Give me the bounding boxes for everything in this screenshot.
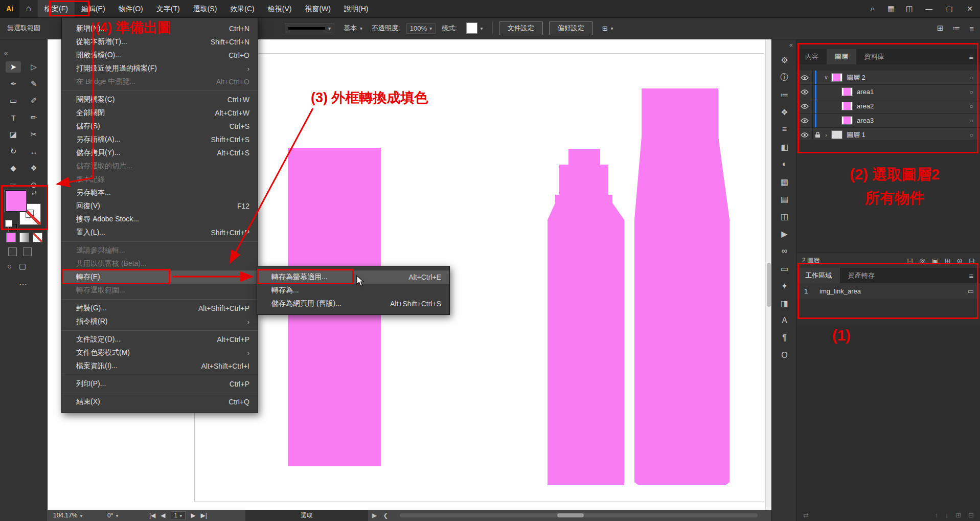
horizontal-scrollbar-thumb[interactable]: [557, 513, 584, 517]
file-menu-item[interactable]: 文件色彩模式(M)›: [62, 346, 258, 359]
direct-selection-tool[interactable]: ▷: [26, 61, 41, 73]
export-submenu-item[interactable]: 轉存為螢幕適用...Alt+Ctrl+E: [257, 270, 449, 284]
zoom-level-dropdown[interactable]: 104.17% ▾: [53, 510, 82, 521]
target-circle-icon[interactable]: ○: [963, 117, 980, 124]
edit-toolbar-icon[interactable]: ⋯: [0, 279, 47, 289]
file-menu-item[interactable]: 另存新檔(A)...Shift+Ctrl+S: [62, 133, 258, 146]
visibility-toggle-icon[interactable]: [797, 99, 813, 113]
menubar-item[interactable]: 物件(O): [112, 0, 150, 17]
transform-panel-icon[interactable]: ◫: [772, 208, 797, 225]
file-menu-item[interactable]: 儲存拷貝(Y)...Alt+Ctrl+S: [62, 146, 258, 160]
layer-row[interactable]: area2○: [797, 99, 980, 114]
target-circle-icon[interactable]: ○: [963, 131, 980, 139]
menubar-item[interactable]: 編輯(E): [75, 0, 112, 17]
file-menu-item[interactable]: 關閉檔案(C)Ctrl+W: [62, 93, 258, 106]
menubar-item[interactable]: 視窗(W): [298, 0, 337, 17]
layer-row[interactable]: area3○: [797, 114, 980, 128]
links-panel-icon[interactable]: ∞: [772, 242, 797, 260]
close-button[interactable]: ✕: [960, 0, 980, 17]
arrange-documents-icon[interactable]: ▦: [882, 0, 900, 17]
file-menu-item[interactable]: 開啟舊檔(O)...Ctrl+O: [62, 49, 258, 62]
none-mode-button[interactable]: [33, 233, 42, 242]
artboard-list-item[interactable]: 1 img_link_area ▭: [797, 283, 980, 299]
color-mode-button[interactable]: [6, 233, 16, 242]
selection-tool[interactable]: ➤: [6, 61, 21, 73]
type-tool[interactable]: T: [6, 112, 21, 123]
libraries-panel-icon[interactable]: ❖: [772, 103, 797, 121]
menubar-item[interactable]: 效果(C): [223, 0, 261, 17]
move-up-icon[interactable]: ↑: [935, 511, 938, 519]
file-menu-item[interactable]: 指令檔(R)›: [62, 315, 258, 328]
actions-panel-icon[interactable]: ▶: [772, 225, 797, 242]
move-down-icon[interactable]: ↓: [945, 511, 949, 519]
panel-tab[interactable]: 圖層: [827, 49, 856, 64]
file-menu-item[interactable]: 回復(V)F12: [62, 199, 258, 213]
paintbrush-tool[interactable]: ✐: [26, 95, 41, 106]
rectangle-tool[interactable]: ▭: [6, 95, 21, 106]
file-menu-item[interactable]: 打開最近使用過的檔案(F)›: [62, 62, 258, 75]
brush-definition-dropdown[interactable]: 基本 ▾: [340, 22, 366, 34]
file-menu-item[interactable]: 結束(X)Ctrl+Q: [62, 395, 258, 409]
hand-tool[interactable]: ☞: [6, 179, 21, 191]
style-swatch-dropdown[interactable]: ▾: [463, 21, 486, 35]
default-fill-mini-swatch[interactable]: [5, 220, 12, 227]
file-menu-item[interactable]: 文件設定(D)...Alt+Ctrl+P: [62, 333, 258, 346]
layer-thumbnail[interactable]: [841, 87, 853, 96]
first-artboard-icon[interactable]: |◀: [149, 512, 155, 519]
file-menu-item[interactable]: 檔案資訊(I)...Alt+Shift+Ctrl+I: [62, 359, 258, 373]
file-menu-item[interactable]: 封裝(G)...Alt+Shift+Ctrl+P: [62, 302, 258, 315]
appearance-panel-icon[interactable]: O: [772, 347, 797, 364]
file-menu-item[interactable]: 轉存(E)›: [62, 270, 258, 284]
curvature-tool[interactable]: ✎: [26, 78, 41, 89]
layer-thumbnail[interactable]: [841, 102, 853, 110]
make-clipping-mask-icon[interactable]: ▣: [932, 257, 939, 265]
file-menu-item[interactable]: 搜尋 Adobe Stock...: [62, 213, 258, 226]
pen-tool[interactable]: ✒: [6, 78, 21, 89]
menubar-item[interactable]: 選取(S): [187, 0, 224, 17]
home-icon[interactable]: ⌂: [19, 0, 38, 17]
panel-menu-icon[interactable]: ≡: [963, 49, 980, 64]
target-circle-icon[interactable]: ○: [963, 74, 980, 81]
preferences-button[interactable]: 偏好設定: [549, 21, 593, 35]
layer-row[interactable]: area1○: [797, 85, 980, 99]
file-menu-item[interactable]: 另存範本...: [62, 186, 258, 199]
draw-behind-button[interactable]: [23, 247, 32, 256]
toolbar-collapse-icon[interactable]: «: [4, 49, 8, 57]
layer-thumbnail[interactable]: [831, 130, 842, 139]
menubar-item[interactable]: 檔案(F): [38, 0, 75, 17]
last-artboard-icon[interactable]: ▶|: [201, 512, 207, 519]
grid-icon[interactable]: ⊞: [937, 24, 944, 33]
stroke-panel-icon[interactable]: ≡: [772, 121, 797, 138]
transparency-panel-icon[interactable]: ◐: [772, 155, 797, 173]
more-options-dropdown[interactable]: ⊞ ▾: [599, 23, 617, 34]
document-setup-button[interactable]: 文件設定: [499, 21, 543, 35]
color-panel-icon[interactable]: ◨: [772, 295, 797, 312]
visibility-toggle-icon[interactable]: [797, 114, 813, 127]
rotate-tool[interactable]: ↻: [6, 146, 21, 157]
menubar-item[interactable]: 檢視(V): [261, 0, 299, 17]
scale-tool[interactable]: ↔: [26, 146, 41, 157]
screen-mode-full-icon[interactable]: ○: [7, 262, 12, 271]
pencil-tool[interactable]: ✏: [26, 112, 41, 123]
fill-color-swatch[interactable]: [5, 190, 27, 212]
scissors-tool[interactable]: ✂: [26, 129, 41, 140]
play-icon[interactable]: ▶: [372, 512, 377, 519]
paragraph-panel-icon[interactable]: ¶: [772, 329, 797, 347]
artboard-number-dropdown[interactable]: 1 ▾: [171, 511, 186, 520]
css-properties-panel-icon[interactable]: ≔: [772, 86, 797, 103]
layer-row[interactable]: ∨圖層 2○: [797, 71, 980, 85]
export-submenu-item[interactable]: 轉存為...: [257, 284, 449, 297]
target-circle-icon[interactable]: ○: [963, 88, 980, 96]
delete-layer-icon[interactable]: ⊟: [969, 257, 975, 265]
opacity-value-dropdown[interactable]: 100% ▾: [406, 23, 436, 34]
file-menu-item[interactable]: 從範本新增(T)...Shift+Ctrl+N: [62, 35, 258, 49]
gradient-mode-button[interactable]: [19, 233, 29, 242]
layer-expand-icon[interactable]: ∨: [822, 74, 830, 81]
swap-fill-stroke-icon[interactable]: ⇄: [32, 189, 37, 196]
back-icon[interactable]: ❮: [383, 512, 388, 519]
menubar-item[interactable]: 說明(H): [337, 0, 375, 17]
new-sublayer-icon[interactable]: ⊞: [945, 257, 951, 265]
asset-export-panel-icon[interactable]: ✦: [772, 277, 797, 295]
panel-tab[interactable]: 資產轉存: [840, 268, 883, 283]
file-menu-item[interactable]: 儲存(S)Ctrl+S: [62, 120, 258, 133]
